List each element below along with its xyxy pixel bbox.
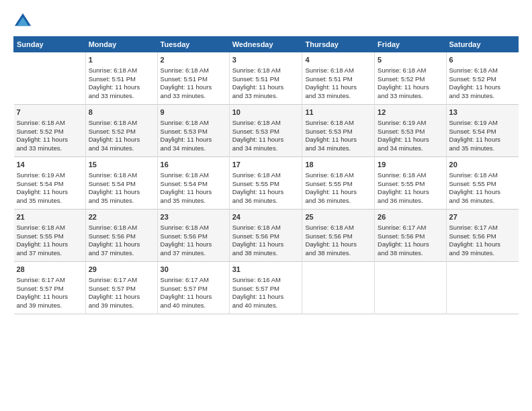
cell-line: Daylight: 11 hours [89, 293, 154, 302]
day-number: 30 [161, 265, 226, 275]
cell-line: Daylight: 11 hours [161, 240, 226, 249]
day-number: 18 [305, 160, 371, 170]
cell-line: Sunrise: 6:18 AM [89, 66, 154, 75]
day-number: 2 [161, 55, 226, 65]
calendar-table: SundayMondayTuesdayWednesdayThursdayFrid… [13, 36, 519, 314]
cell-line: Sunrise: 6:18 AM [305, 66, 371, 75]
cell-line: and 36 minutes. [378, 197, 443, 205]
cell-line: Sunset: 5:56 PM [161, 232, 226, 241]
week-row-0: 1Sunrise: 6:18 AMSunset: 5:51 PMDaylight… [14, 52, 519, 105]
day-number: 5 [378, 55, 443, 65]
cell-line: Sunset: 5:54 PM [161, 180, 226, 189]
day-number: 4 [305, 55, 371, 65]
cell-line: Sunset: 5:57 PM [17, 285, 83, 293]
cell-1-5: 12Sunrise: 6:19 AMSunset: 5:53 PMDayligh… [375, 105, 446, 157]
cell-line: Sunrise: 6:18 AM [232, 171, 300, 180]
cell-line: Sunset: 5:57 PM [161, 285, 226, 293]
cell-line: Daylight: 11 hours [449, 188, 516, 197]
day-number: 27 [449, 212, 516, 222]
cell-line: Sunrise: 6:17 AM [378, 224, 443, 232]
week-row-1: 7Sunrise: 6:18 AMSunset: 5:52 PMDaylight… [14, 105, 519, 157]
cell-line: and 33 minutes. [449, 92, 516, 101]
cell-line: Daylight: 11 hours [378, 83, 443, 92]
cell-line: Sunset: 5:55 PM [378, 180, 443, 189]
cell-line: and 40 minutes. [232, 302, 300, 310]
cell-line: and 35 minutes. [89, 197, 154, 205]
cell-2-5: 19Sunrise: 6:18 AMSunset: 5:55 PMDayligh… [375, 157, 446, 210]
cell-line: and 37 minutes. [161, 249, 226, 258]
cell-line: Sunset: 5:53 PM [378, 128, 443, 136]
cell-line: Daylight: 11 hours [449, 83, 516, 92]
logo-icon [13, 12, 32, 31]
cell-line: Sunrise: 6:18 AM [17, 119, 83, 128]
cell-line: Sunrise: 6:18 AM [89, 171, 154, 180]
cell-0-5: 5Sunrise: 6:18 AMSunset: 5:52 PMDaylight… [375, 52, 446, 105]
cell-line: and 33 minutes. [378, 92, 443, 101]
cell-4-3: 31Sunrise: 6:16 AMSunset: 5:57 PMDayligh… [229, 262, 302, 314]
cell-3-2: 23Sunrise: 6:18 AMSunset: 5:56 PMDayligh… [157, 210, 229, 262]
cell-3-0: 21Sunrise: 6:18 AMSunset: 5:55 PMDayligh… [14, 210, 86, 262]
cell-2-2: 16Sunrise: 6:18 AMSunset: 5:54 PMDayligh… [157, 157, 229, 210]
cell-line: and 33 minutes. [89, 92, 154, 101]
cell-line: Sunset: 5:51 PM [305, 75, 371, 84]
cell-line: Sunrise: 6:18 AM [89, 119, 154, 128]
cell-3-3: 24Sunrise: 6:18 AMSunset: 5:56 PMDayligh… [229, 210, 302, 262]
day-number: 11 [305, 107, 371, 118]
cell-line: and 34 minutes. [161, 144, 226, 153]
cell-line: Sunset: 5:52 PM [89, 128, 154, 136]
cell-line: Sunrise: 6:18 AM [161, 119, 226, 128]
cell-line: and 33 minutes. [17, 144, 83, 153]
header [13, 12, 519, 31]
cell-1-1: 8Sunrise: 6:18 AMSunset: 5:52 PMDaylight… [85, 105, 157, 157]
header-cell-tuesday: Tuesday [157, 37, 229, 52]
cell-line: Sunset: 5:53 PM [305, 128, 371, 136]
week-row-2: 14Sunrise: 6:19 AMSunset: 5:54 PMDayligh… [14, 157, 519, 210]
cell-line: Daylight: 11 hours [89, 136, 154, 144]
day-number: 10 [232, 107, 300, 118]
cell-line: Sunrise: 6:19 AM [449, 119, 516, 128]
day-number: 9 [161, 107, 226, 118]
cell-line: Sunrise: 6:18 AM [161, 224, 226, 232]
cell-line: Sunset: 5:55 PM [305, 180, 371, 189]
cell-line: Sunset: 5:52 PM [449, 75, 516, 84]
cell-line: Sunrise: 6:17 AM [449, 224, 516, 232]
cell-line: Daylight: 11 hours [89, 83, 154, 92]
cell-line: and 34 minutes. [232, 144, 300, 153]
cell-1-2: 9Sunrise: 6:18 AMSunset: 5:53 PMDaylight… [157, 105, 229, 157]
cell-4-5 [375, 262, 446, 314]
day-number: 14 [17, 160, 83, 170]
cell-line: Sunset: 5:57 PM [232, 285, 300, 293]
cell-3-5: 26Sunrise: 6:17 AMSunset: 5:56 PMDayligh… [375, 210, 446, 262]
cell-line: and 33 minutes. [305, 92, 371, 101]
day-number: 13 [449, 107, 516, 118]
cell-line: Sunset: 5:54 PM [449, 128, 516, 136]
cell-line: Sunrise: 6:19 AM [378, 119, 443, 128]
cell-line: and 33 minutes. [232, 92, 300, 101]
cell-line: Daylight: 11 hours [161, 83, 226, 92]
cell-2-3: 17Sunrise: 6:18 AMSunset: 5:55 PMDayligh… [229, 157, 302, 210]
cell-line: and 34 minutes. [378, 144, 443, 153]
cell-line: Sunrise: 6:17 AM [161, 276, 226, 285]
cell-0-4: 4Sunrise: 6:18 AMSunset: 5:51 PMDaylight… [302, 52, 375, 105]
cell-line: and 36 minutes. [449, 197, 516, 205]
cell-line: and 37 minutes. [89, 249, 154, 258]
cell-line: Sunrise: 6:17 AM [17, 276, 83, 285]
cell-line: Sunset: 5:51 PM [89, 75, 154, 84]
cell-1-0: 7Sunrise: 6:18 AMSunset: 5:52 PMDaylight… [14, 105, 86, 157]
cell-line: Sunrise: 6:18 AM [89, 224, 154, 232]
cell-line: and 34 minutes. [89, 144, 154, 153]
cell-line: Daylight: 11 hours [89, 188, 154, 197]
cell-line: Sunset: 5:56 PM [378, 232, 443, 241]
cell-line: Sunrise: 6:18 AM [232, 66, 300, 75]
cell-2-1: 15Sunrise: 6:18 AMSunset: 5:54 PMDayligh… [85, 157, 157, 210]
cell-line: and 33 minutes. [161, 92, 226, 101]
page: SundayMondayTuesdayWednesdayThursdayFrid… [0, 0, 532, 411]
cell-line: and 35 minutes. [161, 197, 226, 205]
cell-0-1: 1Sunrise: 6:18 AMSunset: 5:51 PMDaylight… [85, 52, 157, 105]
day-number: 7 [17, 107, 83, 118]
cell-line: Sunset: 5:51 PM [232, 75, 300, 84]
cell-line: and 37 minutes. [17, 249, 83, 258]
cell-line: Daylight: 11 hours [232, 293, 300, 302]
cell-line: Sunset: 5:56 PM [232, 232, 300, 241]
cell-line: Daylight: 11 hours [305, 136, 371, 144]
